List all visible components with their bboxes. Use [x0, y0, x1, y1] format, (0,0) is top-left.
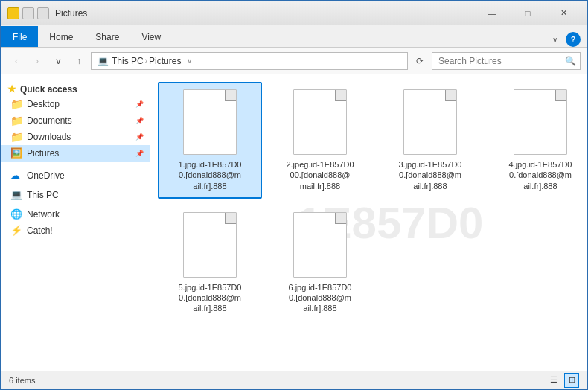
file-icon-wrapper — [180, 212, 240, 279]
pin-icon-documents: 📌 — [135, 117, 144, 124]
close-button[interactable]: ✕ — [546, 1, 581, 25]
forward-button[interactable]: › — [28, 52, 46, 70]
item-count: 6 items — [9, 376, 35, 385]
titlebar-icon-2 — [22, 7, 34, 19]
sidebar-item-catch[interactable]: ⚡ Catch! — [1, 223, 150, 239]
search-input[interactable] — [432, 52, 581, 70]
files-grid: 1.jpg.id-1E857D00.[donald888@mail.fr].88… — [158, 82, 579, 322]
file-item-2[interactable]: 2.jpeg.id-1E857D000.[donald888@mail.fr].… — [268, 82, 372, 199]
file-icon-wrapper — [511, 89, 570, 156]
folder-icon: 📁 — [10, 98, 22, 110]
sidebar-item-label-catch: Catch! — [27, 226, 53, 236]
file-name-4: 4.jpg.id-1E857D00.[donald888@mail.fr].88… — [508, 159, 572, 191]
sidebar-item-network[interactable]: 🌐 Network — [1, 206, 150, 223]
tab-file[interactable]: File — [1, 26, 38, 47]
search-icon[interactable]: 🔍 — [565, 56, 576, 66]
maximize-button[interactable]: □ — [511, 1, 545, 25]
sidebar-item-documents[interactable]: 📁 Documents 📌 — [1, 112, 150, 129]
sidebar-item-label-pictures: Pictures — [27, 148, 59, 159]
breadcrumb-thispc[interactable]: This PC — [112, 56, 144, 66]
list-view-button[interactable]: ☰ — [546, 373, 561, 388]
onedrive-icon: ☁ — [10, 170, 22, 182]
ribbon-right: ∨ ? — [549, 32, 587, 47]
ribbon-tabs: File Home Share View ∨ ? — [1, 25, 587, 48]
status-bar: 6 items ☰ ⊞ — [1, 371, 587, 389]
up-button[interactable]: ↑ — [70, 52, 88, 70]
titlebar-icon-1 — [7, 7, 19, 19]
file-icon-page — [403, 89, 457, 155]
sidebar-item-label-network: Network — [27, 209, 60, 220]
pin-icon-downloads: 📌 — [135, 133, 144, 141]
file-icon-page — [183, 212, 237, 278]
recent-locations-button[interactable]: ∨ — [49, 52, 67, 70]
tab-home[interactable]: Home — [38, 26, 84, 47]
file-item-3[interactable]: 3.jpg.id-1E857D00.[donald888@mail.fr].88… — [378, 82, 482, 199]
sidebar-item-label-desktop: Desktop — [27, 99, 60, 109]
sidebar-item-label-thispc: This PC — [27, 190, 59, 200]
tab-share[interactable]: Share — [84, 26, 130, 47]
file-item-1[interactable]: 1.jpg.id-1E857D00.[donald888@mail.fr].88… — [158, 82, 262, 199]
star-icon: ★ — [7, 83, 16, 95]
back-button[interactable]: ‹ — [7, 52, 25, 70]
file-icon-wrapper — [290, 89, 350, 156]
address-bar: ‹ › ∨ ↑ 💻 This PC › Pictures ∨ ⟳ 🔍 — [1, 48, 587, 74]
sidebar-item-label-onedrive: OneDrive — [27, 170, 65, 181]
title-bar: Pictures — □ ✕ — [1, 1, 587, 25]
pictures-folder-icon: 🖼️ — [10, 147, 22, 159]
explorer-window: Pictures — □ ✕ File Home Share View ∨ ? … — [0, 0, 588, 390]
file-name-6: 6.jpg.id-1E857D00.[donald888@mail.fr].88… — [288, 282, 351, 314]
view-toggle: ☰ ⊞ — [546, 373, 579, 388]
main-content: ★ Quick access 📁 Desktop 📌 📁 Documents 📌… — [1, 74, 587, 371]
address-dropdown-arrow[interactable]: ∨ — [187, 57, 192, 65]
file-name-3: 3.jpg.id-1E857D00.[donald888@mail.fr].88… — [398, 159, 461, 191]
catch-icon: ⚡ — [10, 225, 22, 237]
sidebar-item-onedrive[interactable]: ☁ OneDrive — [1, 167, 150, 184]
titlebar-icon-3 — [37, 7, 49, 19]
file-icon-page — [514, 89, 567, 155]
sidebar-item-desktop[interactable]: 📁 Desktop 📌 — [1, 96, 150, 112]
file-area: 1E857D0 1.jpg.id-1E857D00.[donald888@mai… — [150, 74, 587, 371]
sidebar-item-label-documents: Documents — [27, 115, 72, 126]
file-icon-page — [293, 89, 347, 155]
search-wrapper: 🔍 — [432, 52, 581, 70]
quick-access-section: ★ Quick access — [1, 80, 150, 96]
window-controls: — □ ✕ — [475, 1, 581, 25]
help-button[interactable]: ? — [566, 32, 581, 47]
file-icon-wrapper — [180, 89, 240, 156]
refresh-button[interactable]: ⟳ — [411, 52, 429, 70]
sidebar-item-label-downloads: Downloads — [27, 132, 71, 142]
file-item-5[interactable]: 5.jpg.id-1E857D00.[donald888@mail.fr].88… — [158, 205, 262, 322]
file-icon-page — [183, 89, 237, 155]
breadcrumb-sep-1: › — [145, 57, 147, 65]
sidebar-item-thispc[interactable]: 💻 This PC — [1, 187, 150, 203]
quick-access-label: Quick access — [20, 84, 77, 95]
file-name-5: 5.jpg.id-1E857D00.[donald888@mail.fr].88… — [178, 282, 241, 314]
sidebar: ★ Quick access 📁 Desktop 📌 📁 Documents 📌… — [1, 74, 150, 371]
ribbon-expand-arrow[interactable]: ∨ — [549, 34, 561, 45]
window-title: Pictures — [55, 8, 475, 19]
network-icon: 🌐 — [10, 208, 22, 220]
address-input[interactable]: 💻 This PC › Pictures ∨ — [91, 52, 408, 70]
folder-icon: 📁 — [10, 131, 22, 143]
file-item-6[interactable]: 6.jpg.id-1E857D00.[donald888@mail.fr].88… — [268, 205, 372, 322]
pin-icon-pictures: 📌 — [135, 150, 144, 157]
breadcrumb-pictures[interactable]: Pictures — [149, 56, 181, 66]
address-pc-icon: 💻 — [98, 56, 109, 66]
file-icon-page — [293, 212, 347, 278]
file-icon-wrapper — [290, 212, 350, 279]
pin-icon-desktop: 📌 — [135, 100, 144, 108]
file-name-2: 2.jpeg.id-1E857D000.[donald888@mail.fr].… — [286, 159, 354, 191]
thispc-icon: 💻 — [10, 189, 22, 201]
folder-icon: 📁 — [10, 115, 22, 127]
title-bar-icons — [7, 7, 49, 19]
minimize-button[interactable]: — — [475, 1, 509, 25]
grid-view-button[interactable]: ⊞ — [564, 373, 579, 388]
file-icon-wrapper — [400, 89, 460, 156]
file-item-4[interactable]: 4.jpg.id-1E857D00.[donald888@mail.fr].88… — [488, 82, 587, 199]
sidebar-item-pictures[interactable]: 🖼️ Pictures 📌 — [1, 145, 150, 162]
file-name-1: 1.jpg.id-1E857D00.[donald888@mail.fr].88… — [178, 159, 241, 191]
tab-view[interactable]: View — [130, 26, 172, 47]
sidebar-item-downloads[interactable]: 📁 Downloads 📌 — [1, 129, 150, 145]
breadcrumb: This PC › Pictures — [112, 56, 181, 66]
